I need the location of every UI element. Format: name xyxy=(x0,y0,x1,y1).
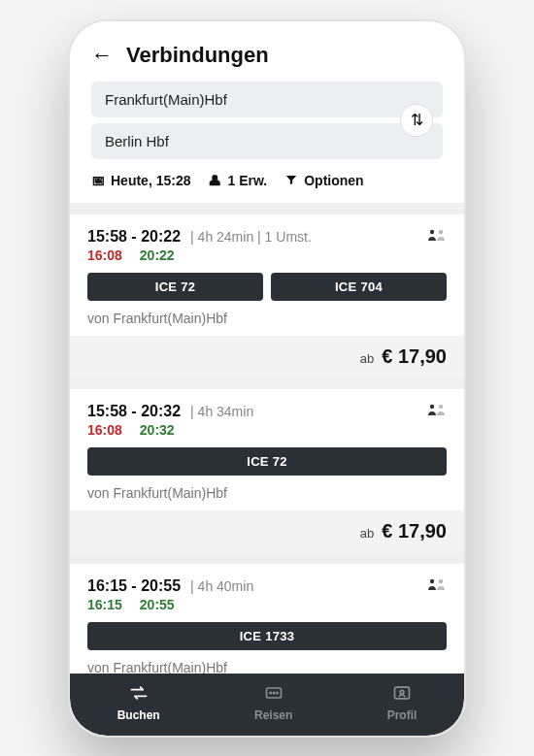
swap-stations-button[interactable]: ⇅ xyxy=(400,104,433,137)
price-from-label: ab xyxy=(360,351,374,366)
duration-transfers: | 4h 40min xyxy=(190,578,253,594)
ticket-icon xyxy=(263,683,284,706)
bottom-nav: Buchen Reisen Profil xyxy=(70,674,464,736)
svg-point-4 xyxy=(430,579,434,583)
duration-transfers: | 4h 34min xyxy=(190,404,253,419)
price-value: € 17,90 xyxy=(382,345,447,368)
options-label: Optionen xyxy=(304,173,363,188)
train-badge: ICE 1733 xyxy=(87,622,447,650)
live-departure: 16:08 xyxy=(87,422,122,438)
svg-point-11 xyxy=(400,690,404,694)
train-list: ICE 72ICE 704 xyxy=(87,273,447,301)
to-station-field[interactable]: Berlin Hbf xyxy=(91,123,443,159)
svg-point-3 xyxy=(439,405,443,409)
station-selector: Frankfurt(Main)Hbf Berlin Hbf ⇅ xyxy=(91,82,443,159)
train-badge: ICE 72 xyxy=(87,273,263,301)
train-badge: ICE 704 xyxy=(271,273,447,301)
result-card[interactable]: 15:58 - 20:22 | 4h 24min | 1 Umst. 16:08… xyxy=(70,214,464,378)
svg-point-1 xyxy=(439,230,443,234)
live-arrival: 20:22 xyxy=(140,247,175,263)
tab-reisen[interactable]: Reisen xyxy=(254,683,292,722)
tab-reisen-label: Reisen xyxy=(254,708,292,722)
svg-point-7 xyxy=(270,692,271,693)
phone-frame: ← Verbindungen Frankfurt(Main)Hbf Berlin… xyxy=(68,19,466,738)
tab-buchen-label: Buchen xyxy=(117,708,160,722)
filter-icon xyxy=(284,173,298,189)
options-filter[interactable]: Optionen xyxy=(284,173,363,189)
live-arrival: 20:55 xyxy=(140,597,175,612)
tab-profil[interactable]: Profil xyxy=(387,683,417,722)
header: ← Verbindungen Frankfurt(Main)Hbf Berlin… xyxy=(70,21,464,203)
train-list: ICE 72 xyxy=(87,447,447,476)
svg-point-9 xyxy=(276,692,277,693)
back-arrow-icon[interactable]: ← xyxy=(91,43,113,68)
from-text: von Frankfurt(Main)Hbf xyxy=(87,485,447,501)
svg-point-0 xyxy=(430,230,434,234)
date-filter[interactable]: 📅︎ Heute, 15:28 xyxy=(91,173,190,189)
book-icon xyxy=(128,683,150,706)
screen: ← Verbindungen Frankfurt(Main)Hbf Berlin… xyxy=(70,21,464,736)
page-title: Verbindungen xyxy=(126,43,269,68)
svg-point-5 xyxy=(439,579,443,583)
train-list: ICE 1733 xyxy=(87,622,447,650)
tab-buchen[interactable]: Buchen xyxy=(117,683,160,722)
occupancy-medium-icon xyxy=(427,403,447,419)
live-departure: 16:15 xyxy=(87,597,122,612)
tab-profil-label: Profil xyxy=(387,708,417,722)
time-range: 15:58 - 20:22 xyxy=(87,228,181,246)
profile-icon xyxy=(391,683,413,706)
from-station-field[interactable]: Frankfurt(Main)Hbf xyxy=(91,82,443,117)
time-range: 15:58 - 20:32 xyxy=(87,403,181,420)
price-from-label: ab xyxy=(360,526,374,541)
result-card[interactable]: 15:58 - 20:32 | 4h 34min 16:08 20:32 ICE… xyxy=(70,389,464,552)
price-row: ab € 17,90 xyxy=(70,510,464,552)
price-row: ab € 17,90 xyxy=(70,336,464,378)
occupancy-medium-icon xyxy=(427,228,447,245)
price-value: € 17,90 xyxy=(382,520,447,542)
date-label: Heute, 15:28 xyxy=(111,173,190,188)
train-badge: ICE 72 xyxy=(87,447,447,476)
from-text: von Frankfurt(Main)Hbf xyxy=(87,660,447,674)
svg-point-2 xyxy=(430,405,434,409)
result-card[interactable]: 16:15 - 20:55 | 4h 40min 16:15 20:55 ICE… xyxy=(70,564,464,674)
swap-icon: ⇅ xyxy=(411,111,423,129)
from-text: von Frankfurt(Main)Hbf xyxy=(87,311,447,326)
occupancy-high-icon xyxy=(427,577,447,594)
person-icon: 👤︎ xyxy=(208,173,221,188)
calendar-icon: 📅︎ xyxy=(91,173,105,188)
live-arrival: 20:32 xyxy=(140,422,175,438)
duration-transfers: | 4h 24min | 1 Umst. xyxy=(190,229,312,245)
travelers-label: 1 Erw. xyxy=(227,173,267,188)
travelers-filter[interactable]: 👤︎ 1 Erw. xyxy=(208,173,267,189)
svg-point-8 xyxy=(273,692,274,693)
live-departure: 16:08 xyxy=(87,247,122,263)
time-range: 16:15 - 20:55 xyxy=(87,577,181,595)
results-list[interactable]: 15:58 - 20:22 | 4h 24min | 1 Umst. 16:08… xyxy=(70,203,464,674)
svg-rect-10 xyxy=(394,687,409,699)
filter-bar: 📅︎ Heute, 15:28 👤︎ 1 Erw. Optionen xyxy=(91,173,443,189)
